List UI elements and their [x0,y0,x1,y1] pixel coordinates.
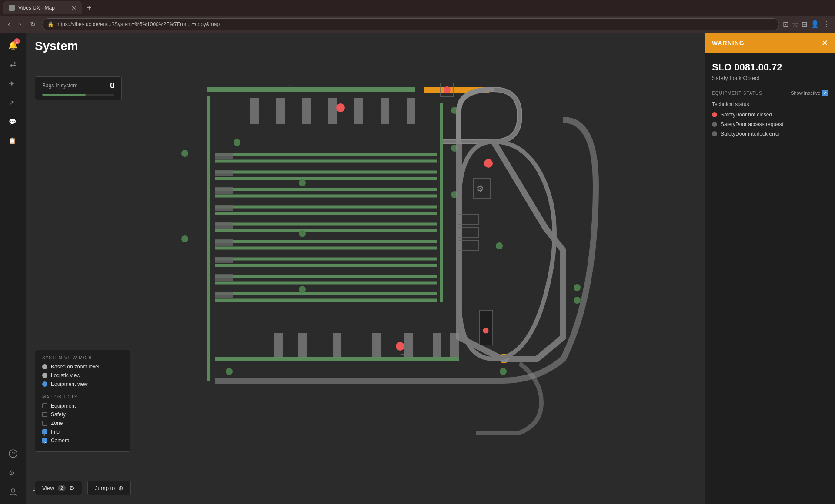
address-text: https://vibes.ux.de/en/...?System=%5%100… [57,21,774,27]
profile-icon[interactable]: 👤 [811,20,819,28]
new-tab-button[interactable]: + [84,3,95,13]
svg-rect-75 [372,333,381,357]
checkbox-info[interactable]: ✓ Info [42,429,123,435]
panel-divider [42,391,123,391]
svg-rect-47 [215,187,233,194]
back-button[interactable]: ‹ [5,20,13,29]
svg-point-54 [234,139,240,146]
equipment-status-label: EQUIPMENT STATUS [712,91,762,96]
svg-rect-14 [302,98,311,124]
sidebar-icon-settings[interactable]: ⚙ [5,465,21,481]
active-tab[interactable]: Vibes UX - Map ✕ [3,1,82,14]
svg-rect-48 [215,205,233,211]
radio-zoom-indicator [42,364,47,369]
svg-point-56 [299,230,306,237]
radio-zoom-level[interactable]: Based on zoom level [42,364,123,370]
technical-status-title: Technical status [712,101,828,107]
svg-rect-45 [215,153,233,159]
sidebar-icon-flights[interactable]: ✈ [5,76,21,91]
nav-actions: ⊡ ☆ ⊟ 👤 ⋮ [783,20,830,28]
svg-text:⚙: ⚙ [476,184,484,193]
browser-chrome: Vibes UX - Map ✕ + ‹ › ↻ 🔒 https://vibes… [0,0,835,33]
sidebar-icon-messages[interactable]: 💬 [5,114,21,129]
svg-text:?: ? [12,451,15,457]
sidebar-icon-departures[interactable]: ↗ [5,95,21,110]
checkbox-camera[interactable]: ✓ Camera [42,438,123,444]
view-button[interactable]: View 2 ⚙ [35,481,82,495]
jump-to-button[interactable]: Jump to ⊕ [87,481,131,495]
svg-rect-77 [433,333,441,357]
message-icon: 💬 [9,117,17,126]
panel-body: SLO 0081.00.72 Safety Lock Object EQUIPM… [705,53,835,504]
user-icon [9,487,17,496]
checkbox-zone[interactable]: Zone [42,420,123,426]
svg-text:→: → [285,81,291,88]
object-id: SLO 0081.00.72 [712,62,828,73]
sidebar-icon-share[interactable]: ⇄ [5,56,21,72]
sidebar-icon-notifications[interactable]: 🔔 1 [5,37,21,53]
notification-badge: 1 [14,38,20,44]
sidebar-toggle-icon[interactable]: ⊟ [802,20,807,28]
camera-checkbox: ✓ [42,438,47,443]
radio-equipment-view[interactable]: Equipment view [42,381,123,387]
bookmark-icon[interactable]: ☆ [792,20,798,28]
info-checkbox: ✓ [42,429,47,434]
svg-point-65 [574,297,581,304]
svg-point-7 [11,489,15,492]
bottom-toolbar: View 2 ⚙ Jump to ⊕ [35,481,131,495]
tab-title: Vibes UX - Map [18,5,55,11]
svg-rect-13 [276,98,285,124]
svg-rect-72 [274,333,283,357]
svg-rect-18 [407,98,415,124]
checkbox-equipment[interactable]: Equipment [42,403,123,409]
reload-button[interactable]: ↻ [27,19,38,29]
cast-icon[interactable]: ⊡ [783,20,788,28]
status-text-1: SafetyDoor not closed [721,112,772,118]
radio-equipment-label: Equipment view [51,381,88,387]
view-label: View [42,485,54,491]
status-dot-red [712,112,717,117]
view-mode-title: SYSTEM VIEW MODE [42,355,123,360]
svg-rect-53 [215,292,233,298]
share-icon: ⇄ [10,60,16,69]
svg-rect-15 [328,98,337,124]
svg-rect-8 [128,33,602,504]
radio-logistic-view[interactable]: Logistic view [42,372,123,378]
svg-rect-51 [215,257,233,263]
svg-text:↗: ↗ [9,99,14,106]
radio-logistic-indicator [42,373,47,378]
svg-point-66 [226,368,233,375]
tab-favicon [9,5,15,11]
right-panel: WARNING ✕ SLO 0081.00.72 Safety Lock Obj… [705,33,835,504]
forward-button[interactable]: › [16,20,23,29]
bags-value: 0 [110,81,114,90]
bags-widget: Bags in system 0 [35,76,122,100]
page-title: System [35,39,78,53]
svg-rect-50 [215,239,233,246]
address-bar[interactable]: 🔒 https://vibes.ux.de/en/...?System=%5%1… [42,18,779,30]
show-inactive-checkmark: ✓ [823,91,827,96]
svg-rect-78 [450,333,459,357]
sidebar-icon-reports[interactable]: 📋 [5,133,21,149]
status-text-3: SafetyDoor interlock error [721,131,780,137]
status-text-2: SafetyDoor access request [721,121,783,127]
svg-rect-73 [298,333,307,357]
safety-checkbox [42,412,47,417]
svg-point-81 [483,328,489,334]
sidebar-icon-help[interactable]: ? [5,446,21,461]
svg-point-21 [444,86,451,93]
status-item-2: SafetyDoor access request [712,121,828,127]
svg-rect-12 [250,98,259,124]
panel-close-button[interactable]: ✕ [822,38,828,48]
sidebar-icon-profile[interactable] [5,484,21,500]
main-map-area[interactable]: System Bags in system 0 → → [26,33,705,504]
radio-zoom-label: Based on zoom level [51,364,99,370]
show-inactive-toggle[interactable]: Show inactive ✓ [791,90,828,96]
nav-bar: ‹ › ↻ 🔒 https://vibes.ux.de/en/...?Syste… [0,16,835,33]
menu-icon[interactable]: ⋮ [823,20,830,28]
object-type: Safety Lock Object [712,75,828,81]
view-count: 2 [58,485,66,491]
close-tab-button[interactable]: ✕ [71,4,77,11]
checkbox-safety[interactable]: Safety [42,411,123,418]
radio-logistic-label: Logistic view [51,372,80,378]
